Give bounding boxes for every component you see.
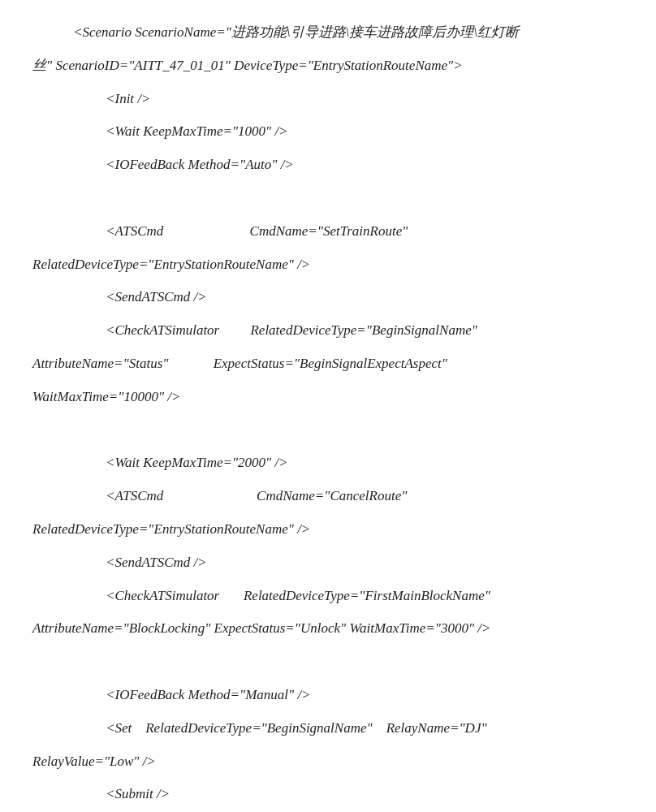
code-line: <Init /> <box>32 83 640 116</box>
code-line: RelatedDeviceType="EntryStationRouteName… <box>32 248 640 282</box>
xml-code-block: <Scenario ScenarioName="进路功能\引导进路\接车进路故障… <box>32 16 640 811</box>
code-line: <ATSCmd CmdName="SetTrainRoute" <box>32 215 640 248</box>
code-line: <CheckATSimulator RelatedDeviceType="Beg… <box>32 314 640 348</box>
code-line: 丝" ScenarioID="AITT_47_01_01" DeviceType… <box>32 50 640 83</box>
code-line: <IOFeedBack Method="Manual" /> <box>32 679 640 712</box>
code-line: AttributeName="Status" ExpectStatus="Beg… <box>32 348 640 381</box>
code-line: <SendATSCmd /> <box>32 281 640 314</box>
code-line: <Set RelatedDeviceType="BeginSignalName"… <box>32 712 640 745</box>
code-line: <Wait KeepMaxTime="2000" /> <box>32 447 640 480</box>
code-line: WaitMaxTime="10000" /> <box>32 381 640 414</box>
code-line <box>32 182 640 215</box>
code-line: <IOFeedBack Method="Auto" /> <box>32 149 640 182</box>
code-line: <CheckATSimulator RelatedDeviceType="Fir… <box>32 580 640 613</box>
code-line: <ATSCmd CmdName="CancelRoute" <box>32 480 640 513</box>
code-line <box>32 414 640 447</box>
code-line <box>32 646 640 679</box>
code-line: RelayValue="Low" /> <box>32 745 640 779</box>
code-line: AttributeName="BlockLocking" ExpectStatu… <box>32 612 640 646</box>
code-line: <Submit /> <box>32 778 640 811</box>
code-line: <SendATSCmd /> <box>32 546 640 580</box>
code-line: RelatedDeviceType="EntryStationRouteName… <box>32 513 640 546</box>
code-line: <Wait KeepMaxTime="1000" /> <box>32 115 640 149</box>
code-line: <Scenario ScenarioName="进路功能\引导进路\接车进路故障… <box>32 16 640 50</box>
